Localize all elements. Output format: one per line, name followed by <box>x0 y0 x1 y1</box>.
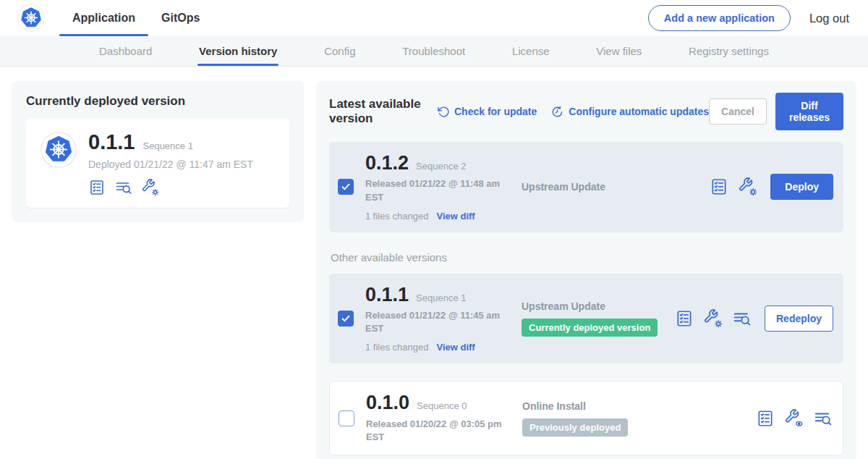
tab-version-history[interactable]: Version history <box>199 36 277 66</box>
version-info: 0.1.2 Sequence 2 Released 01/21/22 @ 11:… <box>365 153 519 222</box>
app-subnav: Dashboard Version history Config Trouble… <box>0 36 868 67</box>
header-nav: Application GitOps <box>59 0 213 36</box>
cancel-button[interactable]: Cancel <box>709 98 767 125</box>
deployed-sequence: Sequence 1 <box>143 140 193 151</box>
check-for-update-link[interactable]: Check for update <box>437 106 537 118</box>
version-released-timestamp: Released 01/20/22 @ 03:05 pm EST <box>366 418 511 444</box>
add-new-application-button[interactable]: Add a new application <box>648 5 791 31</box>
deploy-logs-icon[interactable] <box>115 179 132 196</box>
currently-deployed-badge: Currently deployed version <box>522 319 658 337</box>
version-source: Upstream Update <box>519 181 710 193</box>
tab-registry-settings[interactable]: Registry settings <box>689 36 769 66</box>
files-changed-label: 1 files changed <box>365 342 428 353</box>
deploy-logs-icon[interactable] <box>733 309 752 328</box>
deploy-logs-icon[interactable] <box>814 409 833 428</box>
configure-automatic-updates-link[interactable]: Configure automatic updates <box>551 106 709 118</box>
kubernetes-version-icon <box>41 132 77 168</box>
version-checkbox[interactable] <box>338 311 354 327</box>
version-source: Upstream Update Currently deployed versi… <box>519 300 675 337</box>
version-info: 0.1.1 Sequence 1 Released 01/21/22 @ 11:… <box>365 285 519 353</box>
currently-deployed-panel: Currently deployed version 0.1.1 Sequenc… <box>12 81 304 222</box>
tab-dashboard[interactable]: Dashboard <box>99 36 152 66</box>
deploy-button[interactable]: Deploy <box>770 174 833 200</box>
version-row-0-1-2: 0.1.2 Sequence 2 Released 01/21/22 @ 11:… <box>329 142 843 232</box>
edit-config-icon[interactable] <box>739 177 757 196</box>
version-actions: Redeploy <box>675 306 833 332</box>
deployed-timestamp: Deployed 01/21/22 @ 11:47 am EST <box>88 159 253 170</box>
currently-deployed-card: 0.1.1 Sequence 1 Deployed 01/21/22 @ 11:… <box>26 119 289 208</box>
version-number: 0.1.0 <box>366 392 409 413</box>
top-header: Application GitOps Add a new application… <box>0 0 868 36</box>
check-for-update-label: Check for update <box>454 106 537 117</box>
version-row-0-1-0: 0.1.0 Sequence 0 Released 01/20/22 @ 03:… <box>329 381 843 455</box>
diff-releases-button[interactable]: Diff releases <box>775 93 843 130</box>
preflight-checks-icon[interactable] <box>756 409 775 428</box>
refresh-icon <box>437 106 449 118</box>
version-actions: Deploy <box>710 174 833 200</box>
tab-troubleshoot[interactable]: Troubleshoot <box>402 36 465 66</box>
other-versions-title: Other available versions <box>331 251 843 264</box>
tab-view-files[interactable]: View files <box>596 36 642 66</box>
edit-config-icon[interactable] <box>704 309 723 328</box>
preflight-checks-icon[interactable] <box>675 309 694 328</box>
view-diff-link[interactable]: View diff <box>436 211 475 222</box>
deployed-version-details: 0.1.1 Sequence 1 Deployed 01/21/22 @ 11:… <box>88 132 253 196</box>
version-number: 0.1.1 <box>365 285 409 305</box>
version-checkbox[interactable] <box>338 179 354 195</box>
version-actions <box>756 409 833 428</box>
version-sequence: Sequence 0 <box>417 400 467 411</box>
available-versions-panel: Latest available version Check for updat… <box>316 81 856 459</box>
checkmark-icon <box>341 182 351 192</box>
configure-automatic-updates-label: Configure automatic updates <box>569 106 709 117</box>
version-source-label: Upstream Update <box>522 181 710 193</box>
version-source-label: Online Install <box>522 400 756 412</box>
version-number: 0.1.2 <box>365 153 409 173</box>
version-sequence: Sequence 1 <box>416 292 466 303</box>
version-sequence: Sequence 2 <box>416 161 466 172</box>
nav-tab-gitops[interactable]: GitOps <box>148 0 213 36</box>
kubernetes-logo-icon[interactable] <box>17 4 45 32</box>
preflight-checks-icon[interactable] <box>710 177 728 196</box>
tab-license[interactable]: License <box>512 36 550 66</box>
deployed-version-number: 0.1.1 <box>88 132 135 153</box>
previously-deployed-badge: Previously deployed <box>522 418 628 437</box>
view-diff-link[interactable]: View diff <box>436 342 475 353</box>
version-info: 0.1.0 Sequence 0 Released 01/20/22 @ 03:… <box>366 392 519 444</box>
tab-config[interactable]: Config <box>324 36 355 66</box>
version-source: Online Install Previously deployed <box>519 400 756 437</box>
edit-config-icon[interactable] <box>142 179 159 196</box>
view-config-icon[interactable] <box>785 409 804 428</box>
auto-update-icon <box>551 106 563 118</box>
preflight-checks-icon[interactable] <box>88 179 106 196</box>
currently-deployed-title: Currently deployed version <box>26 94 289 109</box>
version-checkbox[interactable] <box>339 410 354 426</box>
version-released-timestamp: Released 01/21/22 @ 11:45 am EST <box>365 309 510 335</box>
available-versions-header: Latest available version Check for updat… <box>329 93 843 130</box>
logout-link[interactable]: Log out <box>809 12 849 25</box>
files-changed-label: 1 files changed <box>365 211 428 222</box>
version-released-timestamp: Released 01/21/22 @ 11:48 am EST <box>365 177 510 203</box>
nav-tab-gitops-label: GitOps <box>161 12 200 25</box>
version-source-label: Upstream Update <box>522 300 675 312</box>
latest-available-title: Latest available version <box>329 97 422 126</box>
version-row-0-1-1: 0.1.1 Sequence 1 Released 01/21/22 @ 11:… <box>329 274 843 364</box>
redeploy-button[interactable]: Redeploy <box>765 306 833 332</box>
nav-tab-application[interactable]: Application <box>59 0 148 36</box>
main-content: Currently deployed version 0.1.1 Sequenc… <box>0 67 868 459</box>
nav-tab-application-label: Application <box>72 12 135 25</box>
checkmark-icon <box>341 313 351 324</box>
